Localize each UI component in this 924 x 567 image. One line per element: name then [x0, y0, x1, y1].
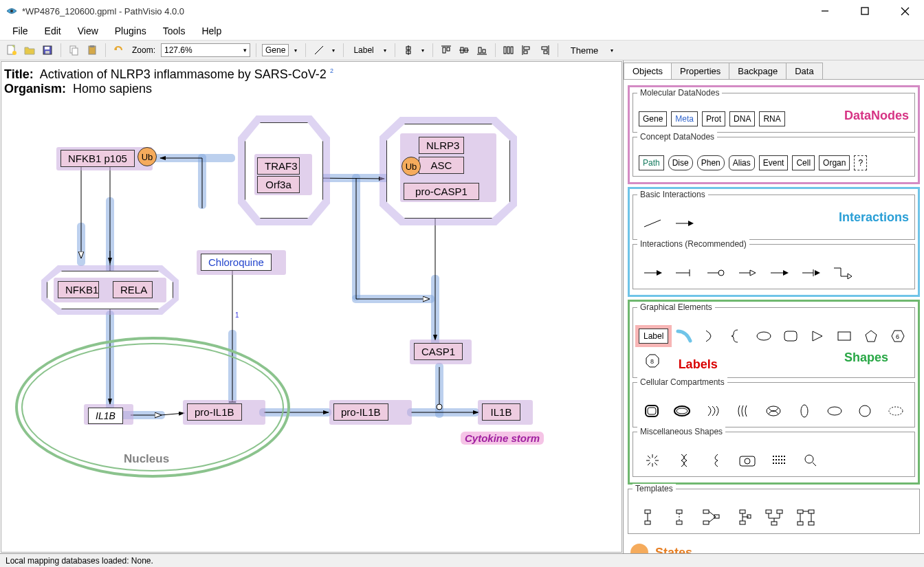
btn-gene[interactable]: Gene: [639, 111, 667, 126]
open-file-icon[interactable]: [22, 43, 37, 58]
node-rela[interactable]: RELA: [113, 281, 153, 298]
node-il1b-gene[interactable]: IL1B: [88, 408, 123, 424]
undo-icon[interactable]: [111, 43, 126, 58]
rec-arrow-icon[interactable]: [639, 263, 666, 283]
valign-dropdown[interactable]: ▾: [419, 47, 427, 54]
rec-bind-icon[interactable]: [765, 263, 793, 283]
save-icon[interactable]: [40, 43, 55, 58]
triangle-icon[interactable]: [806, 326, 829, 346]
btn-cell[interactable]: Cell: [792, 155, 815, 170]
rec-elbow-icon[interactable]: [828, 263, 856, 283]
nucleus-icon[interactable]: [669, 401, 695, 421]
menu-help[interactable]: Help: [193, 23, 230, 39]
btn-prot[interactable]: Prot: [702, 111, 725, 126]
theme-dropdown[interactable]: ▾: [608, 47, 616, 54]
node-procasp1[interactable]: pro-CASP1: [404, 183, 479, 200]
rec-tbar-icon[interactable]: [670, 263, 698, 283]
tab-backpage[interactable]: Backpage: [729, 63, 786, 79]
tmpl4-icon[interactable]: [729, 507, 756, 528]
ub-state-1[interactable]: Ub: [138, 147, 157, 166]
cell-icon[interactable]: [639, 401, 665, 421]
camera-icon[interactable]: [734, 450, 761, 471]
align-top-icon[interactable]: [439, 43, 454, 58]
align-bottom-icon[interactable]: [474, 43, 490, 58]
hexagon-icon[interactable]: 6: [886, 326, 909, 346]
pathway-canvas[interactable]: Title: Activation of NLRP3 inflammasome …: [1, 61, 622, 553]
node-nfkb1-p105[interactable]: NFKB1 p105: [60, 150, 135, 167]
circle-plain-icon[interactable]: [852, 401, 878, 421]
mito-icon[interactable]: [760, 401, 786, 421]
node-pro-il1b-1[interactable]: pro-IL1B: [187, 403, 242, 421]
close-button[interactable]: [891, 1, 918, 21]
tmpl6-icon[interactable]: [792, 507, 820, 528]
copy-icon[interactable]: [67, 43, 82, 58]
align-mid-icon[interactable]: [456, 43, 472, 58]
matrix-icon[interactable]: [765, 450, 793, 471]
rec-circle-icon[interactable]: [702, 263, 729, 283]
menu-file[interactable]: File: [4, 23, 36, 39]
btn-path[interactable]: Path: [639, 155, 664, 170]
tab-objects[interactable]: Objects: [624, 63, 672, 79]
burst-icon[interactable]: [639, 450, 666, 471]
er-icon[interactable]: [700, 401, 726, 421]
rna-strand-icon[interactable]: [702, 450, 729, 471]
btn-dise[interactable]: Dise: [668, 155, 693, 170]
tab-properties[interactable]: Properties: [671, 63, 729, 79]
node-traf3[interactable]: TRAF3: [257, 157, 300, 175]
btn-dna[interactable]: DNA: [729, 111, 755, 126]
btn-phen[interactable]: Phen: [697, 155, 725, 170]
btn-label[interactable]: Label: [639, 329, 668, 344]
rect-icon[interactable]: [833, 326, 855, 346]
line-plain-icon[interactable]: [639, 213, 666, 234]
btn-meta[interactable]: Meta: [671, 111, 698, 126]
maximize-button[interactable]: [851, 1, 879, 21]
dna-icon[interactable]: [670, 450, 698, 471]
node-orf3a[interactable]: Orf3a: [257, 176, 300, 193]
valign-icon[interactable]: [401, 43, 416, 58]
line-dropdown[interactable]: ▾: [329, 47, 338, 54]
arrow-icon[interactable]: [670, 213, 698, 234]
menu-edit[interactable]: Edit: [36, 23, 69, 39]
brace-icon[interactable]: [726, 326, 749, 346]
btn-unknown[interactable]: ?: [854, 155, 867, 170]
menu-tools[interactable]: Tools: [155, 23, 194, 39]
vacuole-icon[interactable]: [822, 401, 848, 421]
label-tool[interactable]: Label: [349, 45, 377, 55]
node-nfkb1[interactable]: NFKB1: [58, 281, 99, 298]
node-il1b[interactable]: IL1B: [482, 403, 520, 421]
node-pro-il1b-2[interactable]: pro-IL1B: [333, 403, 388, 421]
rec-open-arrow-icon[interactable]: [734, 263, 761, 283]
menu-view[interactable]: View: [69, 23, 107, 39]
gene-dropdown[interactable]: ▾: [292, 47, 300, 54]
btn-alias[interactable]: Alias: [729, 155, 755, 170]
rec-trans-icon[interactable]: [797, 263, 824, 283]
align-right-icon[interactable]: [537, 43, 552, 58]
paste-icon[interactable]: [85, 43, 100, 58]
tab-data[interactable]: Data: [786, 63, 822, 79]
vesicle-icon[interactable]: [791, 401, 817, 421]
new-file-icon[interactable]: [4, 43, 19, 58]
btn-rna[interactable]: RNA: [759, 111, 784, 126]
arc-icon[interactable]: [672, 326, 695, 346]
dist-h-icon[interactable]: [501, 43, 516, 58]
ellipse-icon[interactable]: [753, 326, 776, 346]
node-nlrp3[interactable]: NLRP3: [419, 137, 464, 154]
node-chloroquine[interactable]: Chloroquine: [201, 254, 272, 271]
btn-event[interactable]: Event: [759, 155, 789, 170]
node-casp1[interactable]: CASP1: [414, 343, 463, 360]
tmpl3-icon[interactable]: [697, 507, 725, 528]
line-tool-icon[interactable]: [311, 43, 327, 58]
ub-state-2[interactable]: Ub: [402, 157, 421, 176]
roundrect-icon[interactable]: [780, 326, 802, 346]
cytokine-storm-label[interactable]: Cytokine storm: [461, 432, 544, 445]
golgi-icon[interactable]: [730, 401, 756, 421]
tmpl5-icon[interactable]: [760, 507, 788, 528]
node-asc[interactable]: ASC: [419, 157, 464, 174]
theme-menu[interactable]: Theme: [564, 45, 605, 56]
octagon-small-icon[interactable]: 8: [639, 351, 666, 371]
menu-plugins[interactable]: Plugins: [107, 23, 155, 39]
tmpl2-icon[interactable]: [666, 507, 693, 528]
tmpl1-icon[interactable]: [634, 507, 661, 528]
search-shape-icon[interactable]: [797, 450, 824, 471]
gene-button[interactable]: Gene: [262, 44, 289, 56]
